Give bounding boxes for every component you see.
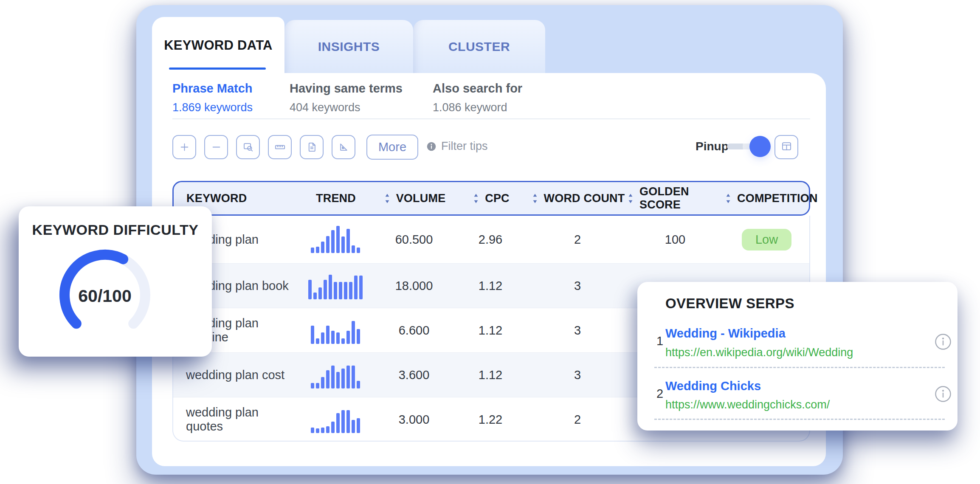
plus-icon xyxy=(179,141,190,153)
trend-bar xyxy=(311,248,314,253)
trend-bar xyxy=(326,370,329,388)
keyword-cell: wedding plan cost xyxy=(173,368,295,382)
subnav-count: 1.086 keyword xyxy=(433,101,522,114)
info-button[interactable] xyxy=(934,385,952,403)
column-label: GOLDEN SCORE xyxy=(639,185,724,211)
word-count-cell: 2 xyxy=(529,413,626,427)
ruler-icon xyxy=(274,141,286,153)
plus-button[interactable] xyxy=(172,135,196,159)
word-count-cell: 2 xyxy=(529,233,626,247)
column-header-golden-score[interactable]: GOLDEN SCORE xyxy=(627,185,724,211)
serp-divider xyxy=(654,367,945,368)
trend-bar xyxy=(357,329,360,344)
trend-bar xyxy=(346,410,350,433)
column-label: VOLUME xyxy=(396,192,446,205)
document-button[interactable] xyxy=(300,135,324,159)
column-header-trend: TREND xyxy=(296,192,376,205)
keyword-difficulty-card: KEYWORD DIFFICULTY 60/100 xyxy=(19,206,212,357)
sort-icon[interactable] xyxy=(627,193,634,204)
trend-bar xyxy=(336,332,340,344)
trend-bar xyxy=(316,383,319,388)
filter-tips-label: Filter tips xyxy=(441,140,488,153)
ruler-button[interactable] xyxy=(268,135,292,159)
column-header-volume[interactable]: VOLUME xyxy=(376,192,453,205)
sort-icon[interactable] xyxy=(472,193,480,204)
keyword-cell: wedding plan quotes xyxy=(173,405,295,433)
table-row[interactable]: wedding plan60.5002.962100Low xyxy=(173,216,809,263)
keyword-difficulty-title: KEYWORD DIFFICULTY xyxy=(19,222,212,238)
subnav-phrase-match[interactable]: Phrase Match 1.869 keywords xyxy=(172,81,253,114)
layout-panels-button[interactable] xyxy=(774,135,798,159)
info-button[interactable] xyxy=(934,333,952,351)
trend-bar xyxy=(341,338,345,344)
trend-bar xyxy=(316,428,319,433)
sort-icon[interactable] xyxy=(531,193,539,204)
subnav-divider xyxy=(172,118,810,119)
trend-bar xyxy=(334,282,337,299)
trend-bar xyxy=(326,426,329,433)
trend-bar xyxy=(357,418,360,433)
volume-cell: 3.000 xyxy=(376,413,452,427)
trend-bar xyxy=(344,282,347,299)
column-header-cpc[interactable]: CPC xyxy=(453,192,529,205)
trend-sparkline xyxy=(311,361,360,388)
subnav-label: Also search for xyxy=(433,81,522,96)
document-icon xyxy=(306,141,318,153)
table-header: KEYWORDTRENDVOLUMECPCWORD COUNTGOLDEN SC… xyxy=(172,181,810,216)
column-label: TREND xyxy=(316,192,356,205)
pinup-toggle[interactable] xyxy=(727,144,764,149)
trend-cell xyxy=(295,361,376,388)
trend-bar xyxy=(336,372,340,388)
trend-bar xyxy=(346,331,350,344)
overview-serps-card: OVERVIEW SERPS 1 Wedding - Wikipedia htt… xyxy=(637,282,957,431)
more-button[interactable]: More xyxy=(366,135,418,160)
pinup-toggle-knob[interactable] xyxy=(749,136,771,157)
trend-cell xyxy=(295,226,376,253)
subnav-having-same-terms[interactable]: Having same terms 404 keywords xyxy=(290,81,403,114)
column-header-word-count[interactable]: WORD COUNT xyxy=(529,192,627,205)
tab-label: INSIGHTS xyxy=(318,39,380,54)
trend-bar xyxy=(311,428,314,433)
serp-rank: 2 xyxy=(653,387,667,401)
search-file-icon xyxy=(242,141,254,153)
column-header-keyword: KEYWORD xyxy=(174,192,296,205)
volume-cell: 18.000 xyxy=(376,279,452,293)
sort-icon[interactable] xyxy=(724,193,732,204)
volume-cell: 60.500 xyxy=(376,233,452,247)
subnav-label: Phrase Match xyxy=(172,81,253,96)
serp-result-link[interactable]: Wedding Chicks xyxy=(665,379,761,393)
trend-bar xyxy=(326,326,329,344)
tab-keyword-data[interactable]: KEYWORD DATA xyxy=(152,17,284,73)
sort-icon[interactable] xyxy=(383,193,391,204)
trend-bar xyxy=(311,326,314,344)
overview-serps-title: OVERVIEW SERPS xyxy=(665,295,794,312)
column-label: CPC xyxy=(485,192,510,205)
subnav-also-search-for[interactable]: Also search for 1.086 keyword xyxy=(433,81,522,114)
search-file-button[interactable] xyxy=(236,135,260,159)
trend-bar xyxy=(331,366,335,388)
subnav-count: 1.869 keywords xyxy=(172,101,253,114)
trend-bar xyxy=(331,331,335,344)
word-count-cell: 3 xyxy=(529,324,626,338)
tab-insights[interactable]: INSIGHTS xyxy=(284,20,413,73)
column-label: COMPETITION xyxy=(737,192,818,205)
tab-cluster[interactable]: CLUSTER xyxy=(413,20,545,73)
serp-result-link[interactable]: Wedding - Wikipedia xyxy=(665,326,786,340)
minus-button[interactable] xyxy=(204,135,228,159)
subnav-label: Having same terms xyxy=(290,81,403,96)
trend-bar xyxy=(311,383,314,388)
filter-tips-link[interactable]: Filter tips xyxy=(426,135,488,158)
set-square-button[interactable] xyxy=(332,135,355,159)
cpc-cell: 1.22 xyxy=(452,413,529,427)
trend-bar xyxy=(359,276,363,299)
trend-sparkline xyxy=(311,406,360,433)
cpc-cell: 1.12 xyxy=(452,324,529,338)
serp-result-url[interactable]: https://www.weddingchicks.com/ xyxy=(665,398,830,411)
trend-bar xyxy=(331,422,335,433)
serp-result-url[interactable]: https://en.wikipedia.org/wiki/Wedding xyxy=(665,346,853,359)
column-header-competition[interactable]: COMPETITION xyxy=(724,192,818,205)
competition-badge: Low xyxy=(742,229,791,250)
minus-icon xyxy=(211,141,222,153)
trend-cell xyxy=(295,317,376,344)
tab-label: KEYWORD DATA xyxy=(164,38,273,53)
